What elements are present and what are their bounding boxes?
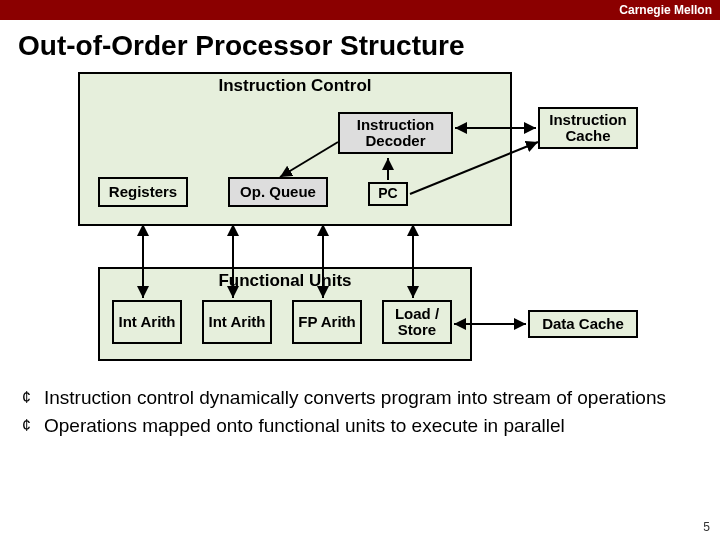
registers-box: Registers: [98, 177, 188, 207]
data-cache-box: Data Cache: [528, 310, 638, 338]
pc-box: PC: [368, 182, 408, 206]
unit-int-arith-1: Int Arith: [112, 300, 182, 344]
page-number: 5: [703, 520, 710, 534]
bullet-item: ¢ Operations mapped onto functional unit…: [22, 414, 698, 438]
diagram: Instruction Control Registers Op. Queue …: [18, 72, 698, 372]
instruction-control-label: Instruction Control: [80, 76, 510, 96]
functional-units-label: Functional Units: [100, 271, 470, 291]
bullet-marker-icon: ¢: [22, 386, 44, 410]
brand-bar: Carnegie Mellon: [0, 0, 720, 20]
brand-label: Carnegie Mellon: [619, 0, 712, 20]
unit-int-arith-2: Int Arith: [202, 300, 272, 344]
slide-title: Out-of-Order Processor Structure: [18, 30, 720, 62]
bullet-text: Instruction control dynamically converts…: [44, 386, 698, 410]
bullet-list: ¢ Instruction control dynamically conver…: [22, 386, 698, 438]
bullet-item: ¢ Instruction control dynamically conver…: [22, 386, 698, 410]
instruction-cache-box: Instruction Cache: [538, 107, 638, 149]
unit-fp-arith: FP Arith: [292, 300, 362, 344]
instruction-decoder-box: Instruction Decoder: [338, 112, 453, 154]
op-queue-box: Op. Queue: [228, 177, 328, 207]
unit-load-store: Load / Store: [382, 300, 452, 344]
bullet-text: Operations mapped onto functional units …: [44, 414, 698, 438]
bullet-marker-icon: ¢: [22, 414, 44, 438]
